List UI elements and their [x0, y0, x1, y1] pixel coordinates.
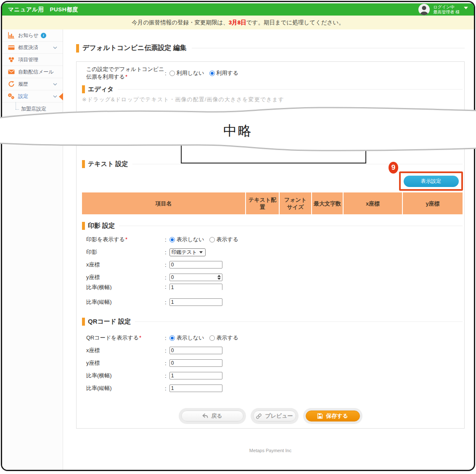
sidebar-item-label: 自動配信メール [18, 68, 54, 76]
radio-label: 利用する [217, 69, 239, 77]
seal-x-input[interactable] [169, 261, 222, 269]
seal-y-input[interactable] [169, 274, 222, 281]
section-title: テキスト 設定 [88, 160, 128, 168]
notice-deadline: 3月8日 [229, 19, 246, 26]
sidebar-item-merchant-settings[interactable]: 加盟店設定 [2, 103, 63, 116]
seal-show-radio-group: 表示しない 表示する [169, 236, 242, 243]
display-settings-highlight: 9 表示設定 [399, 171, 463, 191]
seal-ratio-w-input[interactable] [169, 284, 222, 290]
sidebar-item-label: 設定 [18, 93, 28, 100]
sidebar-item-news[interactable]: お知らせ i [2, 29, 63, 42]
divider [135, 321, 463, 322]
login-status: ログイン中 [433, 5, 460, 10]
number-spinner[interactable] [217, 275, 221, 280]
sidebar-item-label: 履歴 [18, 81, 28, 88]
app-window: マニュアル用 PUSH都度 ログイン中 最高管理者 様 今月の振替情報の登録・変… [1, 1, 475, 471]
section-title: 印影 設定 [88, 222, 115, 230]
radio-label: 利用しない [177, 69, 204, 77]
field-label: この設定でデフォルトコンビニ伝票を利用する* [86, 66, 165, 81]
radio-not-use[interactable] [169, 71, 175, 76]
history-icon [8, 81, 15, 87]
form-panel: この設定でデフォルトコンビニ伝票を利用する* : 利用しない 利用する エディタ [76, 61, 465, 429]
qr-ratio-h-input[interactable] [169, 384, 222, 392]
qr-show-row: QRコードを表示する* : 表示しない 表示する [77, 332, 464, 344]
back-button[interactable]: 戻る [181, 411, 243, 421]
qr-ratio-w-row: 比率(横幅) : [77, 369, 464, 382]
bar-chart-icon [8, 32, 15, 39]
qr-ratio-h-row: 比率(縦幅) : [77, 382, 464, 395]
notice-suffix: です。期日までに処理してください。 [246, 19, 344, 26]
column-header: y座標 [403, 192, 463, 214]
credit-card-icon [8, 44, 15, 51]
action-buttons: 戻る プレビュー [77, 411, 464, 421]
chevron-down-icon [53, 93, 57, 99]
editor-section-heading: エディタ [82, 85, 463, 93]
sidebar-item-auto-mail[interactable]: 自動配信メール [2, 66, 63, 78]
account-menu[interactable]: ログイン中 最高管理者 様 [418, 4, 468, 15]
chevron-down-icon [53, 81, 57, 87]
seal-y-number-field [169, 274, 222, 281]
seal-y-row: y座標 : [77, 271, 464, 284]
footer-text: Metaps Payment Inc [76, 448, 465, 453]
column-header: 項目名 [82, 192, 245, 214]
column-header: x座標 [344, 192, 402, 214]
qr-x-row: x座標 : [77, 344, 464, 357]
main-content: デフォルトコンビニ伝票設定 編集 この設定でデフォルトコンビニ伝票を利用する* … [63, 29, 475, 471]
sidebar-item-label: 都度決済 [18, 44, 38, 51]
active-item-marker [59, 93, 63, 100]
sidebar-item-history[interactable]: 履歴 [2, 78, 63, 90]
sidebar-item-settings[interactable]: 設定 [2, 90, 63, 103]
column-header: フォント サイズ [280, 192, 311, 214]
app-title: マニュアル用 PUSH都度 [8, 6, 78, 13]
column-header: テキスト配置 [246, 192, 279, 214]
section-accent-bar [82, 85, 85, 93]
field-label: y座標 [86, 359, 165, 367]
notice-prefix: 今月の振替情報の登録・変更期限は、 [132, 19, 228, 26]
title-accent-bar [76, 44, 79, 53]
qr-x-input[interactable] [169, 347, 222, 354]
seal-select[interactable]: 印鑑テスト [169, 248, 206, 256]
sidebar-item-label: お知らせ [18, 32, 39, 39]
page-title-row: デフォルトコンビニ伝票設定 編集 [76, 44, 465, 53]
radio-hide[interactable] [169, 335, 175, 341]
section-title: エディタ [88, 85, 114, 93]
step-9-badge: 9 [389, 162, 398, 174]
field-label: 比率(縦幅) [86, 384, 165, 392]
sidebar-item-payments[interactable]: 都度決済 [2, 42, 63, 54]
save-disk-icon [317, 413, 323, 419]
sidebar-item-items[interactable]: 項目管理 [2, 54, 63, 66]
deadline-notice: 今月の振替情報の登録・変更期限は、3月8日です。期日までに処理してください。 [2, 16, 474, 29]
use-setting-radio-group: 利用しない 利用する [169, 69, 242, 77]
coins-icon [8, 56, 15, 63]
radio-show[interactable] [209, 335, 215, 341]
text-settings-table-header: 項目名 テキスト配置 フォント サイズ 最大文字数 x座標 y座標 [82, 192, 463, 214]
qr-settings-heading: QRコード 設定 [82, 318, 463, 326]
person-icon [418, 4, 430, 15]
qr-show-radio-group: 表示しない 表示する [169, 334, 242, 342]
display-settings-button[interactable]: 表示設定 [404, 176, 459, 187]
editor-canvas[interactable] [181, 113, 366, 163]
link-icon [256, 413, 262, 419]
seal-ratio-h-input[interactable] [169, 298, 222, 306]
field-label: QRコードを表示する* [86, 334, 165, 342]
avatar [418, 4, 430, 15]
save-button[interactable]: 保存する [306, 411, 360, 421]
field-label: 印影を表示する* [86, 236, 165, 243]
preview-button[interactable]: プレビュー [253, 411, 296, 421]
divider [192, 48, 465, 48]
qr-ratio-w-input[interactable] [169, 372, 222, 379]
sidebar-item-label: 項目管理 [18, 56, 38, 63]
field-label: 比率(縦幅) [86, 298, 165, 306]
top-bar: マニュアル用 PUSH都度 ログイン中 最高管理者 様 [2, 3, 474, 16]
radio-show[interactable] [209, 237, 215, 242]
required-mark: * [125, 74, 127, 80]
section-accent-bar [82, 318, 85, 326]
seal-ratio-h-row: 比率(縦幅) : [77, 296, 464, 308]
radio-use[interactable] [209, 71, 215, 76]
radio-hide[interactable] [169, 237, 175, 242]
divider [119, 226, 463, 226]
back-arrow-icon [202, 413, 208, 419]
radio-label: 表示しない [177, 334, 204, 342]
field-label: 比率(横幅) [86, 372, 165, 379]
qr-y-input[interactable] [169, 359, 222, 367]
